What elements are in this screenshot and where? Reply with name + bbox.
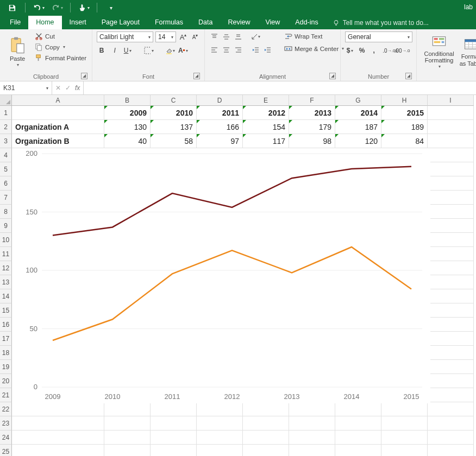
save-button[interactable] — [4, 0, 20, 15]
cell[interactable] — [197, 430, 243, 445]
cell[interactable] — [381, 445, 428, 456]
row-header[interactable]: 20 — [0, 374, 12, 388]
tab-view[interactable]: View — [258, 16, 287, 29]
align-left-button[interactable] — [209, 45, 219, 54]
cell[interactable] — [428, 120, 474, 134]
font-color-button[interactable]: A▾ — [178, 46, 188, 55]
cell[interactable] — [428, 261, 474, 275]
tab-page-layout[interactable]: Page Layout — [94, 16, 147, 29]
col-header[interactable]: C — [151, 95, 197, 106]
cell[interactable] — [428, 402, 474, 416]
row-header[interactable]: 2 — [0, 120, 12, 134]
row-header[interactable]: 4 — [0, 148, 12, 162]
cell[interactable] — [428, 289, 474, 303]
col-header[interactable]: H — [381, 95, 428, 106]
bold-button[interactable]: B — [97, 46, 107, 55]
cell[interactable]: 84 — [381, 134, 428, 148]
cell[interactable] — [104, 416, 151, 430]
tab-addins[interactable]: Add-ins — [287, 16, 325, 29]
cell[interactable] — [12, 416, 104, 430]
cell[interactable] — [428, 162, 474, 176]
col-header[interactable]: E — [243, 95, 289, 106]
row-header[interactable]: 12 — [0, 261, 12, 275]
cell[interactable] — [335, 445, 381, 456]
cell[interactable] — [243, 430, 289, 445]
tab-data[interactable]: Data — [191, 16, 220, 29]
decrease-font-button[interactable]: A▾ — [190, 32, 200, 42]
touch-mode-button[interactable]: ▾ — [76, 0, 91, 15]
format-as-table-button[interactable]: Format as Table — [458, 31, 476, 72]
cell[interactable] — [104, 445, 151, 456]
col-header[interactable]: I — [428, 95, 474, 106]
undo-button[interactable]: ▾ — [31, 0, 46, 15]
font-name-combo[interactable]: Calibri Light▾ — [97, 31, 153, 42]
cell[interactable] — [428, 332, 474, 346]
row-header[interactable]: 6 — [0, 176, 12, 191]
cell[interactable] — [428, 106, 474, 120]
alignment-dialog-launcher[interactable]: ◢ — [329, 73, 336, 79]
cell[interactable] — [428, 303, 474, 318]
qat-customize-button[interactable]: ▾ — [103, 0, 118, 15]
increase-decimal-button[interactable]: .0→.00 — [385, 46, 395, 55]
row-header[interactable]: 16 — [0, 318, 12, 332]
cell[interactable] — [428, 275, 474, 289]
tab-file[interactable]: File — [2, 16, 28, 29]
cell[interactable] — [381, 402, 428, 416]
row-header[interactable]: 17 — [0, 332, 12, 346]
fill-color-button[interactable]: ▾ — [165, 46, 175, 55]
orientation-button[interactable]: ▾ — [250, 31, 260, 41]
cell[interactable]: 137 — [151, 120, 197, 134]
row-header[interactable]: 21 — [0, 388, 12, 402]
row-header[interactable]: 22 — [0, 402, 12, 416]
col-header[interactable]: A — [12, 95, 104, 106]
cell[interactable]: 2015 — [381, 106, 428, 120]
font-dialog-launcher[interactable]: ◢ — [193, 73, 200, 79]
row-header[interactable]: 24 — [0, 430, 12, 445]
row-header[interactable]: 23 — [0, 416, 12, 430]
cell[interactable] — [335, 416, 381, 430]
cell[interactable] — [104, 430, 151, 445]
format-painter-button[interactable]: Format Painter — [34, 53, 87, 62]
cell[interactable] — [151, 430, 197, 445]
redo-button[interactable]: ▾ — [49, 0, 65, 15]
row-header[interactable]: 1 — [0, 106, 12, 120]
cell[interactable] — [428, 191, 474, 205]
cell[interactable] — [428, 416, 474, 430]
cut-button[interactable]: Cut — [34, 31, 87, 41]
align-top-button[interactable] — [209, 31, 219, 41]
cell[interactable] — [428, 176, 474, 191]
cell[interactable]: 2014 — [335, 106, 381, 120]
cell[interactable]: 189 — [381, 120, 428, 134]
cell[interactable]: 97 — [197, 134, 243, 148]
underline-button[interactable]: U▾ — [123, 46, 133, 55]
cell[interactable] — [289, 430, 335, 445]
fx-icon[interactable]: fx — [75, 84, 80, 92]
cell[interactable] — [428, 148, 474, 162]
align-center-button[interactable] — [221, 45, 231, 54]
cell[interactable] — [289, 416, 335, 430]
cell[interactable] — [151, 445, 197, 456]
cell[interactable] — [151, 416, 197, 430]
cell[interactable]: 2012 — [243, 106, 289, 120]
paste-button[interactable]: Paste▾ — [4, 31, 30, 72]
cell[interactable] — [428, 247, 474, 261]
cell[interactable] — [12, 402, 104, 416]
comma-format-button[interactable]: , — [369, 46, 379, 55]
cancel-formula-icon[interactable]: ✕ — [55, 84, 61, 92]
cell[interactable]: 2009 — [104, 106, 151, 120]
tell-me-search[interactable]: Tell me what you want to do... — [333, 19, 429, 29]
row-header[interactable]: 9 — [0, 219, 12, 233]
cell[interactable]: Organization B — [12, 134, 104, 148]
tab-home[interactable]: Home — [28, 16, 61, 29]
increase-font-button[interactable]: A▴ — [178, 32, 188, 42]
cell[interactable] — [381, 430, 428, 445]
cell[interactable] — [428, 318, 474, 332]
clipboard-dialog-launcher[interactable]: ◢ — [81, 73, 87, 79]
row-header[interactable]: 7 — [0, 191, 12, 205]
cell[interactable]: 98 — [289, 134, 335, 148]
cell[interactable] — [289, 445, 335, 456]
cell[interactable] — [428, 374, 474, 388]
tab-insert[interactable]: Insert — [62, 16, 94, 29]
cell[interactable] — [197, 445, 243, 456]
cell[interactable] — [428, 233, 474, 247]
